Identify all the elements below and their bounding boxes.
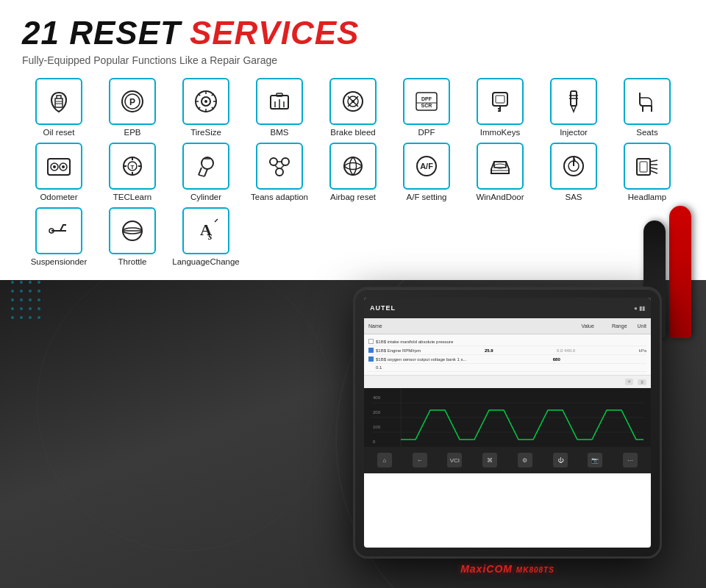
red-cable <box>669 206 691 338</box>
tablet-screen: AUTEL ● ▮▮ Name Value Range Unit $1B$ in… <box>364 298 651 548</box>
oil-reset-icon-box <box>35 78 82 125</box>
icon-item-trans-adaption: Teans adaption <box>243 143 316 203</box>
svg-point-44 <box>344 157 362 175</box>
toolbar-btn-back[interactable]: ← <box>413 453 427 467</box>
svg-point-39 <box>282 158 289 165</box>
sas-icon-box <box>550 143 597 190</box>
airbag-reset-icon-box <box>329 143 377 190</box>
svg-text:T: T <box>131 164 135 171</box>
seats-icon-box <box>624 78 671 125</box>
content-area: 21 RESET SERVICES Fully-Equipped Popular… <box>0 0 706 280</box>
bms-icon-box <box>256 78 303 125</box>
epb-label: EPB <box>124 128 140 138</box>
svg-line-57 <box>650 171 657 173</box>
cylinder-label: Cylinder <box>190 193 221 203</box>
icon-row-1: Oil reset P EPB <box>22 78 684 138</box>
odometer-icon-box <box>35 143 82 190</box>
injector-icon <box>559 87 588 116</box>
screen-nav-unit: Unit <box>638 323 646 329</box>
oil-reset-icon <box>44 87 74 116</box>
chart-svg: 400 200 100 0 <box>364 388 651 447</box>
icon-row-3: Suspensionder Throttle A <box>22 207 684 268</box>
airbag-reset-label: Airbag reset <box>330 193 376 203</box>
immokeys-label: ImmoKeys <box>480 128 520 138</box>
svg-text:400: 400 <box>373 395 381 400</box>
data-row-2-name: $1B$ Engine RPM/rpm <box>376 348 421 353</box>
epb-icon-box: P <box>109 78 156 125</box>
svg-point-38 <box>270 158 277 165</box>
svg-text:A/F: A/F <box>420 162 433 171</box>
screen-btn-graph[interactable]: ⌗ <box>625 379 633 385</box>
title-section: 21 RESET SERVICES <box>22 15 684 51</box>
data-checkbox-3 <box>368 356 374 362</box>
tiresize-label: TireSize <box>190 128 221 138</box>
screen-action-buttons: ⌗ ≡ <box>364 375 651 388</box>
icon-item-language-change: A s LanguageChange <box>169 207 243 268</box>
svg-rect-53 <box>640 162 647 172</box>
throttle-icon-box <box>109 207 156 254</box>
icon-item-throttle: Throttle <box>96 207 169 268</box>
sas-icon <box>559 151 588 181</box>
title-part2: SERVICES <box>190 15 360 51</box>
af-setting-icon-box: A/F <box>403 143 450 190</box>
oil-reset-label: Oil reset <box>43 128 75 138</box>
screen-header: AUTEL ● ▮▮ <box>364 298 651 318</box>
svg-text:s: s <box>207 231 213 242</box>
data-row-2-range: 0.0 440.0 <box>557 348 575 353</box>
data-row-2-unit: kPa <box>639 348 646 353</box>
svg-point-31 <box>53 165 56 168</box>
suspensionder-label: Suspensionder <box>31 257 88 268</box>
icon-item-bms: BMS <box>243 78 316 138</box>
win-and-door-icon <box>485 151 515 181</box>
immokeys-icon-box <box>477 78 524 125</box>
toolbar-btn-more[interactable]: ⋯ <box>623 453 638 467</box>
svg-text:0: 0 <box>373 440 376 444</box>
toolbar-btn-vci[interactable]: VCI <box>447 453 462 467</box>
cylinder-icon-box <box>182 143 229 190</box>
teclearn-icon: T <box>118 151 147 181</box>
language-change-icon-box: A s <box>182 207 229 254</box>
svg-point-15 <box>352 100 354 103</box>
throttle-label: Throttle <box>118 257 147 268</box>
tiresize-icon <box>191 87 221 116</box>
screen-nav-value: Value <box>582 323 594 329</box>
toolbar-btn-camera[interactable]: 📷 <box>588 453 602 467</box>
data-row-4-value: 0.1 <box>376 365 382 370</box>
svg-point-7 <box>204 100 207 103</box>
win-and-door-icon-box <box>477 143 524 190</box>
screen-chart: 400 200 100 0 <box>364 388 651 447</box>
svg-text:200: 200 <box>373 410 381 415</box>
svg-text:100: 100 <box>373 425 381 429</box>
headlamp-icon <box>632 151 662 181</box>
icon-row-2: Odometer T TECLearn <box>22 143 684 203</box>
icon-item-seats: Seats <box>610 78 684 138</box>
screen-data-list: $1B$ intake manifold absolute pressure $… <box>364 334 651 375</box>
brake-bleed-icon <box>338 87 368 116</box>
icon-item-odometer: Odometer <box>22 143 96 203</box>
odometer-label: Odometer <box>40 193 77 203</box>
cylinder-icon <box>191 151 221 181</box>
screen-toolbar: ⌂ ← VCI ⌘ ⚙ ⏻ 📷 ⋯ <box>364 447 651 473</box>
svg-point-32 <box>62 165 65 168</box>
tablet-device: AUTEL ● ▮▮ Name Value Range Unit $1B$ in… <box>353 287 662 559</box>
af-setting-icon: A/F <box>412 151 441 181</box>
svg-point-40 <box>276 168 283 176</box>
headlamp-label: Headlamp <box>628 193 666 203</box>
icon-item-oil-reset: Oil reset <box>22 78 96 138</box>
svg-text:P: P <box>129 97 135 107</box>
headlamp-icon-box <box>624 143 671 190</box>
language-change-icon: A s <box>191 216 221 245</box>
toolbar-btn-wifi[interactable]: ⌘ <box>482 453 497 467</box>
suspensionder-icon <box>44 216 74 245</box>
trans-adaption-icon-box <box>256 143 303 190</box>
screen-btn-table[interactable]: ≡ <box>638 379 646 385</box>
toolbar-btn-settings[interactable]: ⚙ <box>518 453 532 467</box>
tablet-model-label: MK808TS <box>516 566 555 574</box>
svg-text:DPF: DPF <box>421 96 432 101</box>
icon-item-headlamp: Headlamp <box>610 143 684 203</box>
toolbar-btn-power[interactable]: ⏻ <box>553 453 568 467</box>
language-change-label: LanguageChange <box>172 257 239 268</box>
data-checkbox-1 <box>368 339 374 344</box>
af-setting-label: A/F setting <box>407 193 447 203</box>
toolbar-btn-home[interactable]: ⌂ <box>377 453 392 467</box>
